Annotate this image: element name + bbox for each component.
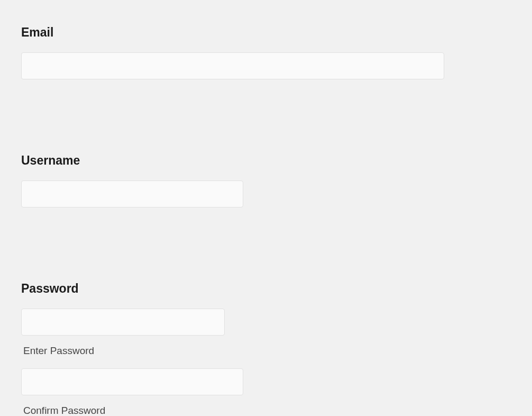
password-label: Password xyxy=(21,282,511,296)
username-group: Username xyxy=(21,153,511,207)
email-label: Email xyxy=(21,25,511,40)
password-field[interactable] xyxy=(21,309,225,336)
enter-password-sublabel: Enter Password xyxy=(21,345,511,357)
confirm-password-sublabel: Confirm Password xyxy=(21,405,511,416)
email-field[interactable] xyxy=(21,52,444,79)
password-group: Password Enter Password Confirm Password xyxy=(21,282,511,416)
email-group: Email xyxy=(21,25,511,79)
registration-form: Email Username Password Enter Password C… xyxy=(0,0,532,416)
username-label: Username xyxy=(21,153,511,168)
username-field[interactable] xyxy=(21,180,243,207)
confirm-password-field[interactable] xyxy=(21,368,243,395)
